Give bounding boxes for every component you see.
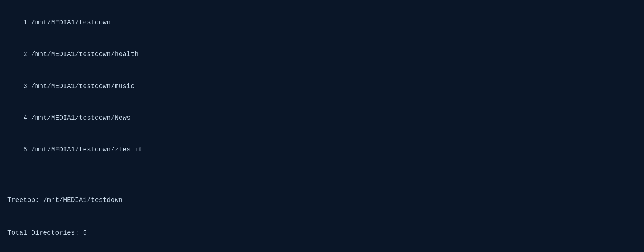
list-item: 2 /mnt/MEDIA1/testdown/health bbox=[7, 38, 637, 70]
list-item: 3 /mnt/MEDIA1/testdown/music bbox=[7, 70, 637, 102]
directory-list: 1 /mnt/MEDIA1/testdown 2 /mnt/MEDIA1/tes… bbox=[7, 7, 637, 166]
item-1-path: /mnt/MEDIA1/testdown bbox=[31, 19, 111, 26]
item-5: 5 bbox=[23, 146, 27, 153]
list-item: 1 /mnt/MEDIA1/testdown bbox=[7, 7, 637, 38]
item-3-path: /mnt/MEDIA1/testdown/music bbox=[31, 83, 135, 90]
item-4-path: /mnt/MEDIA1/testdown/News bbox=[31, 114, 131, 122]
total-dirs-line: Total Directories: 5 bbox=[7, 228, 637, 239]
list-item: 4 /mnt/MEDIA1/testdown/News bbox=[7, 102, 637, 134]
treetop-line: Treetop: /mnt/MEDIA1/testdown bbox=[7, 195, 637, 206]
item-5-path: /mnt/MEDIA1/testdown/ztestit bbox=[31, 146, 142, 153]
item-1: 1 bbox=[23, 19, 27, 26]
item-4: 4 bbox=[23, 114, 27, 122]
item-3: 3 bbox=[23, 83, 27, 90]
item-2: 2 bbox=[23, 50, 27, 58]
info-section: Treetop: /mnt/MEDIA1/testdown Total Dire… bbox=[7, 173, 637, 252]
list-item: 5 /mnt/MEDIA1/testdown/ztestit bbox=[7, 134, 637, 166]
item-2-path: /mnt/MEDIA1/testdown/health bbox=[31, 50, 139, 58]
